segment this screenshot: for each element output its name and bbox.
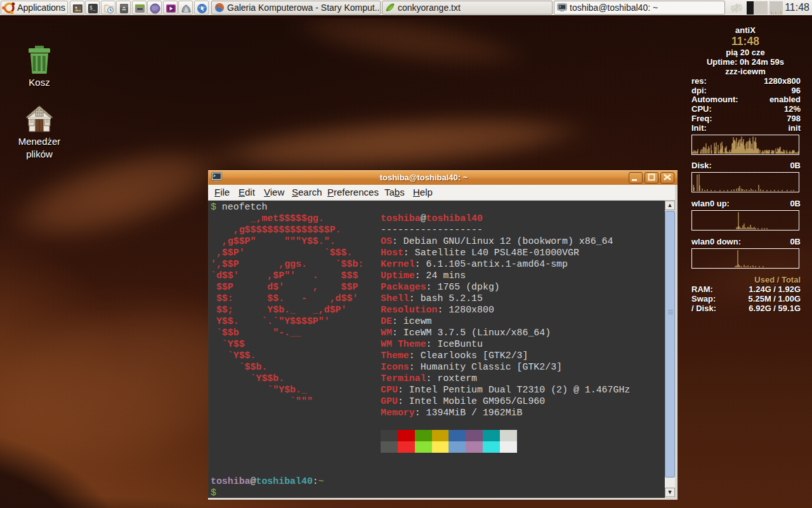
svg-text:$_: $_ xyxy=(89,5,96,11)
